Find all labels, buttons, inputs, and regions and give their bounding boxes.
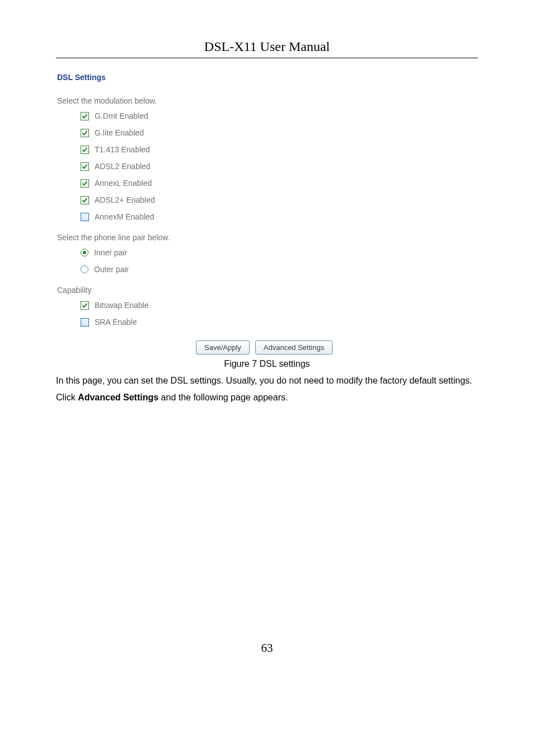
body2-pre: Click — [56, 393, 78, 402]
pair-prompt: Select the phone line pair below. — [57, 233, 478, 242]
pair-radio-outer[interactable] — [81, 265, 88, 273]
pair-option-outer: Outer pair — [81, 263, 478, 276]
tick-icon — [82, 302, 88, 309]
radio-dot-icon — [83, 251, 86, 254]
capability-list: Bitswap EnableSRA Enable — [57, 299, 478, 328]
tick-icon — [82, 147, 88, 153]
tick-icon — [82, 197, 88, 203]
modulation-checkbox-adsl2[interactable] — [81, 162, 89, 171]
capability-checkbox-bitswap[interactable] — [81, 301, 89, 310]
capability-checkbox-sra[interactable] — [81, 318, 89, 326]
modulation-option-t1413: T1.413 Enabled — [81, 143, 478, 156]
pair-label-outer: Outer pair — [94, 263, 129, 276]
modulation-checkbox-t1413[interactable] — [81, 146, 89, 154]
modulation-checkbox-annexl[interactable] — [81, 179, 89, 188]
modulation-checkbox-gdmt[interactable] — [81, 112, 89, 120]
body-paragraph-2: Click Advanced Settings and the followin… — [56, 389, 478, 406]
button-row: Save/Apply Advanced Settings — [57, 340, 478, 354]
modulation-option-adsl2: ADSL2 Enabled — [81, 160, 478, 172]
capability-option-bitswap: Bitswap Enable — [81, 299, 478, 311]
tick-icon — [82, 164, 88, 170]
modulation-label-adsl2: ADSL2 Enabled — [95, 160, 151, 172]
capability-option-sra: SRA Enable — [81, 316, 478, 328]
modulation-label-adsl2p: ADSL2+ Enabled — [95, 194, 155, 206]
modulation-list: G.Dmt EnabledG.lite EnabledT1.413 Enable… — [57, 110, 478, 223]
pair-option-inner: Inner pair — [81, 246, 478, 259]
pair-list: Inner pairOuter pair — [57, 246, 478, 276]
modulation-label-t1413: T1.413 Enabled — [95, 143, 150, 156]
capability-label: Capability — [57, 286, 478, 295]
tick-icon — [82, 113, 88, 119]
modulation-label-gdmt: G.Dmt Enabled — [95, 110, 148, 122]
capability-label-sra: SRA Enable — [95, 316, 137, 328]
panel-title: DSL Settings — [57, 73, 478, 82]
modulation-checkbox-adsl2p[interactable] — [81, 196, 89, 204]
modulation-option-adsl2p: ADSL2+ Enabled — [81, 194, 478, 206]
modulation-checkbox-annexm[interactable] — [81, 213, 89, 221]
doc-header: DSL-X11 User Manual — [56, 39, 478, 58]
modulation-label-annexl: AnnexL Enabled — [95, 177, 152, 189]
save-apply-button[interactable]: Save/Apply — [196, 340, 250, 354]
modulation-label-glite: G.lite Enabled — [95, 127, 144, 139]
modulation-option-glite: G.lite Enabled — [81, 127, 478, 139]
figure-caption: Figure 7 DSL settings — [56, 359, 478, 369]
pair-label-inner: Inner pair — [94, 246, 127, 259]
modulation-label-annexm: AnnexM Enabled — [95, 211, 154, 223]
page-number: 63 — [56, 641, 478, 655]
advanced-settings-button[interactable]: Advanced Settings — [255, 340, 332, 354]
dsl-settings-panel: DSL Settings Select the modulation below… — [56, 73, 478, 354]
capability-label-bitswap: Bitswap Enable — [95, 299, 149, 311]
modulation-option-annexl: AnnexL Enabled — [81, 177, 478, 189]
modulation-checkbox-glite[interactable] — [81, 129, 89, 137]
body2-bold: Advanced Settings — [78, 393, 158, 402]
tick-icon — [82, 130, 88, 136]
pair-radio-inner[interactable] — [81, 249, 88, 256]
body2-post: and the following page appears. — [158, 393, 288, 402]
modulation-option-annexm: AnnexM Enabled — [81, 211, 478, 223]
body-paragraph-1: In this page, you can set the DSL settin… — [56, 372, 478, 389]
modulation-prompt: Select the modulation below. — [57, 96, 478, 105]
tick-icon — [82, 180, 88, 186]
modulation-option-gdmt: G.Dmt Enabled — [81, 110, 478, 122]
